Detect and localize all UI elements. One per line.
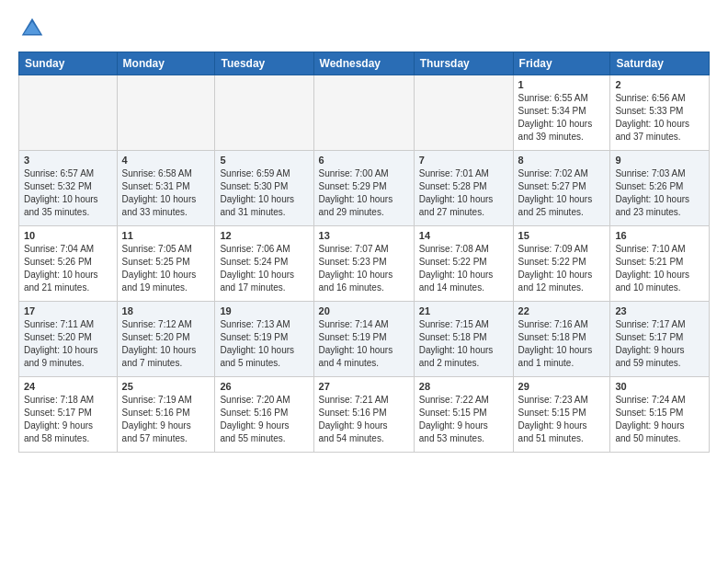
day-number: 13 [319, 230, 409, 241]
day-number: 24 [24, 381, 112, 392]
day-number: 7 [419, 155, 508, 166]
calendar-cell: 27Sunrise: 7:21 AM Sunset: 5:16 PM Dayli… [313, 377, 414, 453]
col-header-thursday: Thursday [414, 52, 513, 75]
day-number: 10 [24, 230, 112, 241]
calendar-cell: 30Sunrise: 7:24 AM Sunset: 5:15 PM Dayli… [610, 377, 710, 453]
day-info: Sunrise: 6:55 AM Sunset: 5:34 PM Dayligh… [518, 92, 606, 144]
day-info: Sunrise: 7:19 AM Sunset: 5:16 PM Dayligh… [122, 394, 210, 445]
calendar-cell: 14Sunrise: 7:08 AM Sunset: 5:22 PM Dayli… [414, 226, 513, 302]
day-number: 15 [518, 230, 606, 241]
calendar-cell: 28Sunrise: 7:22 AM Sunset: 5:15 PM Dayli… [414, 377, 513, 453]
calendar-cell [215, 75, 313, 151]
day-info: Sunrise: 6:57 AM Sunset: 5:32 PM Dayligh… [24, 167, 112, 219]
day-number: 14 [419, 230, 508, 241]
day-info: Sunrise: 7:08 AM Sunset: 5:22 PM Dayligh… [419, 243, 508, 294]
calendar-cell [414, 75, 513, 151]
day-number: 2 [615, 79, 704, 90]
day-info: Sunrise: 6:59 AM Sunset: 5:30 PM Dayligh… [220, 167, 308, 219]
calendar-cell: 4Sunrise: 6:58 AM Sunset: 5:31 PM Daylig… [117, 151, 215, 226]
calendar-cell: 21Sunrise: 7:15 AM Sunset: 5:18 PM Dayli… [414, 302, 513, 377]
day-info: Sunrise: 7:12 AM Sunset: 5:20 PM Dayligh… [122, 318, 210, 370]
day-info: Sunrise: 7:20 AM Sunset: 5:16 PM Dayligh… [220, 394, 308, 445]
calendar-cell: 26Sunrise: 7:20 AM Sunset: 5:16 PM Dayli… [215, 377, 313, 453]
calendar-cell: 12Sunrise: 7:06 AM Sunset: 5:24 PM Dayli… [215, 226, 313, 302]
day-number: 20 [319, 305, 409, 316]
calendar-cell: 17Sunrise: 7:11 AM Sunset: 5:20 PM Dayli… [19, 302, 118, 377]
col-header-friday: Friday [513, 52, 610, 75]
day-info: Sunrise: 7:05 AM Sunset: 5:25 PM Dayligh… [122, 243, 210, 294]
day-info: Sunrise: 7:15 AM Sunset: 5:18 PM Dayligh… [419, 318, 508, 370]
day-info: Sunrise: 7:17 AM Sunset: 5:17 PM Dayligh… [615, 318, 704, 370]
day-info: Sunrise: 7:18 AM Sunset: 5:17 PM Dayligh… [24, 394, 112, 445]
calendar-cell: 18Sunrise: 7:12 AM Sunset: 5:20 PM Dayli… [117, 302, 215, 377]
logo-icon [18, 15, 46, 42]
day-number: 26 [220, 381, 308, 392]
day-info: Sunrise: 7:09 AM Sunset: 5:22 PM Dayligh… [518, 243, 606, 294]
day-number: 8 [518, 155, 606, 166]
day-number: 6 [319, 155, 409, 166]
week-row-1: 3Sunrise: 6:57 AM Sunset: 5:32 PM Daylig… [19, 151, 710, 226]
col-header-wednesday: Wednesday [313, 52, 414, 75]
calendar-cell [313, 75, 414, 151]
day-number: 18 [122, 305, 210, 316]
calendar-cell: 23Sunrise: 7:17 AM Sunset: 5:17 PM Dayli… [610, 302, 710, 377]
day-info: Sunrise: 7:06 AM Sunset: 5:24 PM Dayligh… [220, 243, 308, 294]
page: SundayMondayTuesdayWednesdayThursdayFrid… [0, 0, 728, 563]
day-number: 3 [24, 155, 112, 166]
calendar-cell [19, 75, 118, 151]
day-info: Sunrise: 6:56 AM Sunset: 5:33 PM Dayligh… [615, 92, 704, 144]
calendar-cell: 29Sunrise: 7:23 AM Sunset: 5:15 PM Dayli… [513, 377, 610, 453]
day-info: Sunrise: 7:10 AM Sunset: 5:21 PM Dayligh… [615, 243, 704, 294]
calendar-header-row: SundayMondayTuesdayWednesdayThursdayFrid… [19, 52, 710, 75]
calendar-cell: 22Sunrise: 7:16 AM Sunset: 5:18 PM Dayli… [513, 302, 610, 377]
day-info: Sunrise: 7:14 AM Sunset: 5:19 PM Dayligh… [319, 318, 409, 370]
day-number: 16 [615, 230, 704, 241]
calendar-cell: 13Sunrise: 7:07 AM Sunset: 5:23 PM Dayli… [313, 226, 414, 302]
col-header-saturday: Saturday [610, 52, 710, 75]
day-info: Sunrise: 7:07 AM Sunset: 5:23 PM Dayligh… [319, 243, 409, 294]
calendar-cell: 16Sunrise: 7:10 AM Sunset: 5:21 PM Dayli… [610, 226, 710, 302]
logo [18, 15, 50, 42]
calendar-cell: 3Sunrise: 6:57 AM Sunset: 5:32 PM Daylig… [19, 151, 118, 226]
calendar-cell: 20Sunrise: 7:14 AM Sunset: 5:19 PM Dayli… [313, 302, 414, 377]
calendar-cell: 1Sunrise: 6:55 AM Sunset: 5:34 PM Daylig… [513, 75, 610, 151]
calendar-cell: 7Sunrise: 7:01 AM Sunset: 5:28 PM Daylig… [414, 151, 513, 226]
calendar-cell: 6Sunrise: 7:00 AM Sunset: 5:29 PM Daylig… [313, 151, 414, 226]
calendar-cell [117, 75, 215, 151]
day-number: 25 [122, 381, 210, 392]
day-info: Sunrise: 7:02 AM Sunset: 5:27 PM Dayligh… [518, 167, 606, 219]
day-info: Sunrise: 7:23 AM Sunset: 5:15 PM Dayligh… [518, 394, 606, 445]
day-number: 11 [122, 230, 210, 241]
day-info: Sunrise: 7:00 AM Sunset: 5:29 PM Dayligh… [319, 167, 409, 219]
calendar-table: SundayMondayTuesdayWednesdayThursdayFrid… [18, 52, 710, 453]
col-header-sunday: Sunday [19, 52, 118, 75]
day-number: 27 [319, 381, 409, 392]
calendar-cell: 15Sunrise: 7:09 AM Sunset: 5:22 PM Dayli… [513, 226, 610, 302]
day-info: Sunrise: 7:01 AM Sunset: 5:28 PM Dayligh… [419, 167, 508, 219]
calendar-cell: 2Sunrise: 6:56 AM Sunset: 5:33 PM Daylig… [610, 75, 710, 151]
day-number: 12 [220, 230, 308, 241]
calendar-cell: 24Sunrise: 7:18 AM Sunset: 5:17 PM Dayli… [19, 377, 118, 453]
day-number: 9 [615, 155, 704, 166]
week-row-4: 24Sunrise: 7:18 AM Sunset: 5:17 PM Dayli… [19, 377, 710, 453]
week-row-2: 10Sunrise: 7:04 AM Sunset: 5:26 PM Dayli… [19, 226, 710, 302]
day-number: 4 [122, 155, 210, 166]
day-number: 30 [615, 381, 704, 392]
day-info: Sunrise: 7:16 AM Sunset: 5:18 PM Dayligh… [518, 318, 606, 370]
day-number: 29 [518, 381, 606, 392]
calendar-cell: 25Sunrise: 7:19 AM Sunset: 5:16 PM Dayli… [117, 377, 215, 453]
week-row-3: 17Sunrise: 7:11 AM Sunset: 5:20 PM Dayli… [19, 302, 710, 377]
calendar-cell: 9Sunrise: 7:03 AM Sunset: 5:26 PM Daylig… [610, 151, 710, 226]
day-number: 5 [220, 155, 308, 166]
day-number: 28 [419, 381, 508, 392]
day-number: 19 [220, 305, 308, 316]
day-info: Sunrise: 7:04 AM Sunset: 5:26 PM Dayligh… [24, 243, 112, 294]
day-number: 1 [518, 79, 606, 90]
calendar-cell: 19Sunrise: 7:13 AM Sunset: 5:19 PM Dayli… [215, 302, 313, 377]
col-header-monday: Monday [117, 52, 215, 75]
day-info: Sunrise: 7:24 AM Sunset: 5:15 PM Dayligh… [615, 394, 704, 445]
header [18, 15, 710, 42]
day-number: 23 [615, 305, 704, 316]
day-number: 21 [419, 305, 508, 316]
day-number: 17 [24, 305, 112, 316]
